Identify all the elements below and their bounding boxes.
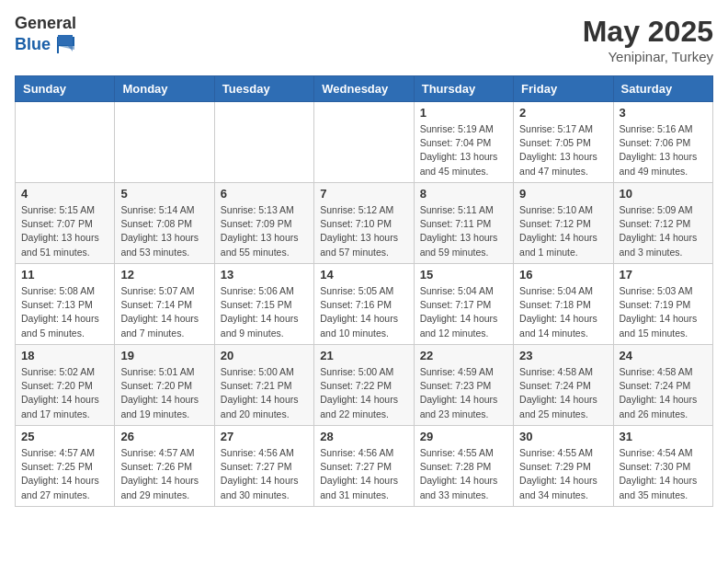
day-number: 23: [519, 349, 607, 362]
calendar-cell: 26Sunrise: 4:57 AMSunset: 7:26 PMDayligh…: [115, 426, 214, 507]
weekday-header-thursday: Thursday: [414, 76, 513, 102]
day-info: Sunrise: 4:59 AMSunset: 7:23 PMDaylight:…: [420, 365, 507, 421]
svg-marker-2: [58, 35, 73, 45]
day-info: Sunrise: 5:07 AMSunset: 7:14 PMDaylight:…: [120, 284, 208, 340]
logo: General Blue: [15, 15, 78, 57]
calendar-cell: 21Sunrise: 5:00 AMSunset: 7:22 PMDayligh…: [314, 345, 414, 426]
day-number: 30: [519, 430, 607, 443]
day-info: Sunrise: 5:05 AMSunset: 7:16 PMDaylight:…: [320, 284, 407, 340]
calendar-cell: 11Sunrise: 5:08 AMSunset: 7:13 PMDayligh…: [16, 264, 115, 345]
week-row-1: 1Sunrise: 5:19 AMSunset: 7:04 PMDaylight…: [16, 102, 713, 183]
calendar-location: Yenipinar, Turkey: [583, 49, 713, 64]
day-info: Sunrise: 5:11 AMSunset: 7:11 PMDaylight:…: [420, 203, 507, 259]
calendar-cell: 16Sunrise: 5:04 AMSunset: 7:18 PMDayligh…: [514, 264, 613, 345]
day-info: Sunrise: 5:00 AMSunset: 7:22 PMDaylight:…: [320, 365, 407, 421]
weekday-header-saturday: Saturday: [613, 76, 712, 102]
svg-marker-3: [67, 45, 73, 52]
day-info: Sunrise: 5:06 AMSunset: 7:15 PMDaylight:…: [221, 284, 308, 340]
day-info: Sunrise: 4:58 AMSunset: 7:24 PMDaylight:…: [620, 365, 707, 421]
day-number: 22: [420, 349, 507, 362]
day-number: 7: [320, 187, 407, 201]
day-info: Sunrise: 5:04 AMSunset: 7:18 PMDaylight:…: [519, 284, 607, 340]
day-number: 3: [620, 106, 707, 120]
day-number: 13: [221, 268, 308, 282]
day-info: Sunrise: 5:02 AMSunset: 7:20 PMDaylight:…: [21, 365, 108, 421]
day-number: 18: [21, 349, 108, 362]
calendar-cell: [214, 102, 313, 183]
calendar-cell: 29Sunrise: 4:55 AMSunset: 7:28 PMDayligh…: [414, 426, 513, 507]
calendar-table: SundayMondayTuesdayWednesdayThursdayFrid…: [15, 75, 713, 507]
weekday-header-tuesday: Tuesday: [214, 76, 313, 102]
day-info: Sunrise: 5:03 AMSunset: 7:19 PMDaylight:…: [620, 284, 707, 340]
calendar-cell: [314, 102, 414, 183]
day-info: Sunrise: 5:16 AMSunset: 7:06 PMDaylight:…: [620, 122, 707, 178]
weekday-header-friday: Friday: [514, 76, 613, 102]
calendar-cell: 22Sunrise: 4:59 AMSunset: 7:23 PMDayligh…: [414, 345, 513, 426]
day-info: Sunrise: 5:04 AMSunset: 7:17 PMDaylight:…: [420, 284, 507, 340]
day-info: Sunrise: 5:10 AMSunset: 7:12 PMDaylight:…: [519, 203, 607, 259]
day-info: Sunrise: 4:58 AMSunset: 7:24 PMDaylight:…: [519, 365, 607, 421]
calendar-cell: 9Sunrise: 5:10 AMSunset: 7:12 PMDaylight…: [514, 183, 613, 264]
day-info: Sunrise: 5:13 AMSunset: 7:09 PMDaylight:…: [221, 203, 308, 259]
calendar-cell: 30Sunrise: 4:55 AMSunset: 7:29 PMDayligh…: [514, 426, 613, 507]
calendar-cell: 1Sunrise: 5:19 AMSunset: 7:04 PMDaylight…: [414, 102, 513, 183]
page-header: General Blue May 2025 Yenipinar, Turkey: [15, 15, 713, 64]
calendar-cell: [115, 102, 214, 183]
week-row-3: 11Sunrise: 5:08 AMSunset: 7:13 PMDayligh…: [16, 264, 713, 345]
calendar-cell: 27Sunrise: 4:56 AMSunset: 7:27 PMDayligh…: [214, 426, 313, 507]
calendar-cell: 5Sunrise: 5:14 AMSunset: 7:08 PMDaylight…: [115, 183, 214, 264]
calendar-cell: 23Sunrise: 4:58 AMSunset: 7:24 PMDayligh…: [514, 345, 613, 426]
day-number: 14: [320, 268, 407, 282]
calendar-cell: 25Sunrise: 4:57 AMSunset: 7:25 PMDayligh…: [16, 426, 115, 507]
calendar-cell: 13Sunrise: 5:06 AMSunset: 7:15 PMDayligh…: [214, 264, 313, 345]
day-info: Sunrise: 4:56 AMSunset: 7:27 PMDaylight:…: [320, 446, 407, 502]
day-number: 4: [21, 187, 108, 201]
weekday-header-monday: Monday: [115, 76, 214, 102]
calendar-cell: 2Sunrise: 5:17 AMSunset: 7:05 PMDaylight…: [514, 102, 613, 183]
day-number: 24: [620, 349, 707, 362]
calendar-cell: 18Sunrise: 5:02 AMSunset: 7:20 PMDayligh…: [16, 345, 115, 426]
day-number: 27: [221, 430, 308, 443]
day-number: 26: [120, 430, 208, 443]
day-info: Sunrise: 4:54 AMSunset: 7:30 PMDaylight:…: [620, 446, 707, 502]
day-number: 19: [120, 349, 208, 362]
day-info: Sunrise: 4:55 AMSunset: 7:29 PMDaylight:…: [519, 446, 607, 502]
calendar-cell: [16, 102, 115, 183]
weekday-header-row: SundayMondayTuesdayWednesdayThursdayFrid…: [16, 76, 713, 102]
week-row-4: 18Sunrise: 5:02 AMSunset: 7:20 PMDayligh…: [16, 345, 713, 426]
weekday-header-wednesday: Wednesday: [314, 76, 414, 102]
day-number: 12: [120, 268, 208, 282]
calendar-cell: 3Sunrise: 5:16 AMSunset: 7:06 PMDaylight…: [613, 102, 712, 183]
day-number: 29: [420, 430, 507, 443]
calendar-title: May 2025: [583, 15, 713, 49]
day-number: 6: [221, 187, 308, 201]
day-number: 9: [519, 187, 607, 201]
title-block: May 2025 Yenipinar, Turkey: [583, 15, 713, 64]
day-info: Sunrise: 5:09 AMSunset: 7:12 PMDaylight:…: [620, 203, 707, 259]
day-number: 20: [221, 349, 308, 362]
day-info: Sunrise: 5:12 AMSunset: 7:10 PMDaylight:…: [320, 203, 407, 259]
week-row-2: 4Sunrise: 5:15 AMSunset: 7:07 PMDaylight…: [16, 183, 713, 264]
day-info: Sunrise: 4:57 AMSunset: 7:25 PMDaylight:…: [21, 446, 108, 502]
day-number: 31: [620, 430, 707, 443]
day-number: 28: [320, 430, 407, 443]
day-number: 2: [519, 106, 607, 120]
day-info: Sunrise: 5:17 AMSunset: 7:05 PMDaylight:…: [519, 122, 607, 178]
week-row-5: 25Sunrise: 4:57 AMSunset: 7:25 PMDayligh…: [16, 426, 713, 507]
calendar-cell: 17Sunrise: 5:03 AMSunset: 7:19 PMDayligh…: [613, 264, 712, 345]
day-info: Sunrise: 5:15 AMSunset: 7:07 PMDaylight:…: [21, 203, 108, 259]
calendar-cell: 6Sunrise: 5:13 AMSunset: 7:09 PMDaylight…: [214, 183, 313, 264]
logo-general-text: General: [15, 15, 78, 33]
day-info: Sunrise: 5:19 AMSunset: 7:04 PMDaylight:…: [420, 122, 507, 178]
calendar-cell: 31Sunrise: 4:54 AMSunset: 7:30 PMDayligh…: [613, 426, 712, 507]
calendar-cell: 19Sunrise: 5:01 AMSunset: 7:20 PMDayligh…: [115, 345, 214, 426]
logo-flag-icon: [54, 33, 78, 57]
calendar-cell: 14Sunrise: 5:05 AMSunset: 7:16 PMDayligh…: [314, 264, 414, 345]
calendar-cell: 28Sunrise: 4:56 AMSunset: 7:27 PMDayligh…: [314, 426, 414, 507]
day-number: 16: [519, 268, 607, 282]
logo-blue-text: Blue: [15, 36, 51, 54]
day-number: 15: [420, 268, 507, 282]
day-number: 10: [620, 187, 707, 201]
day-info: Sunrise: 5:14 AMSunset: 7:08 PMDaylight:…: [120, 203, 208, 259]
day-number: 17: [620, 268, 707, 282]
